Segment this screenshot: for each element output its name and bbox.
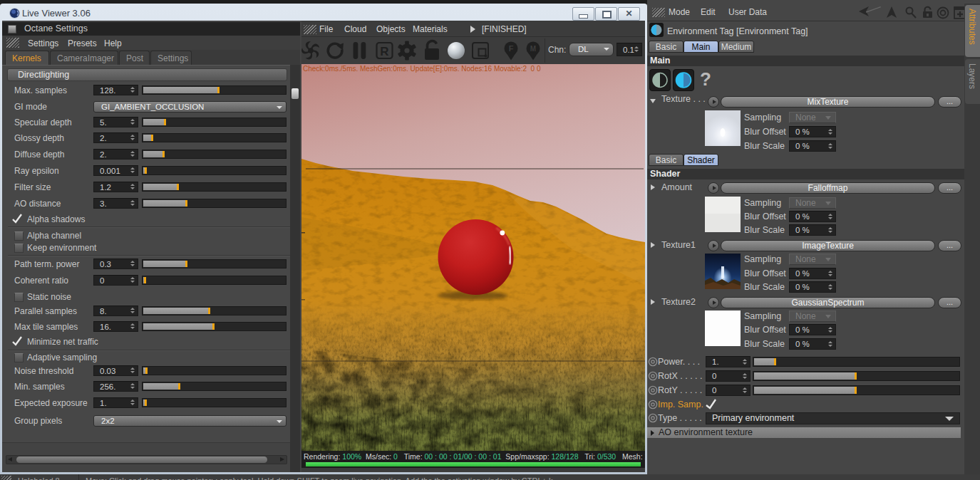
svg-text:F: F xyxy=(509,44,514,53)
svg-text:R: R xyxy=(380,45,388,58)
svg-text:M: M xyxy=(530,45,536,53)
